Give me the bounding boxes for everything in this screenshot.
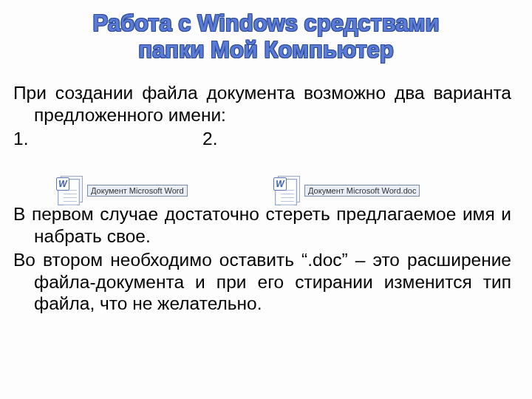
file-rename-label-2[interactable]: Документ Microsoft Word.doc <box>304 185 420 197</box>
word-document-icon: W <box>273 174 306 207</box>
paragraph-1-text: В первом случае достаточно стереть предл… <box>13 203 511 248</box>
file-icon-variant-1: W Документ Microsoft Word <box>56 174 188 207</box>
title-line-1: Работа с Windows средствами <box>0 10 532 37</box>
title-line-2: папки Мой Компьютер <box>0 37 532 64</box>
variant-number-2: 2. <box>202 128 236 150</box>
file-icon-variant-2: W Документ Microsoft Word.doc <box>273 174 420 207</box>
paragraph-2: Во втором необходимо оставить “.doc” – э… <box>13 249 511 316</box>
word-document-icon: W <box>56 174 89 207</box>
file-rename-label-1[interactable]: Документ Microsoft Word <box>87 185 188 197</box>
slide-title: Работа с Windows средствами папки Мой Ко… <box>0 0 532 63</box>
variants-row: 1. 2. <box>13 128 511 150</box>
variant-number-1: 1. <box>13 128 47 150</box>
paragraph-1: В первом случае достаточно стереть предл… <box>13 203 511 248</box>
intro-paragraph: При создании файла документа возможно дв… <box>13 82 511 126</box>
paragraph-2-text: Во втором необходимо оставить “.doc” – э… <box>13 249 511 316</box>
intro-text: При создании файла документа возможно дв… <box>13 82 511 126</box>
word-badge-icon: W <box>273 177 287 191</box>
word-badge-icon: W <box>56 177 69 191</box>
